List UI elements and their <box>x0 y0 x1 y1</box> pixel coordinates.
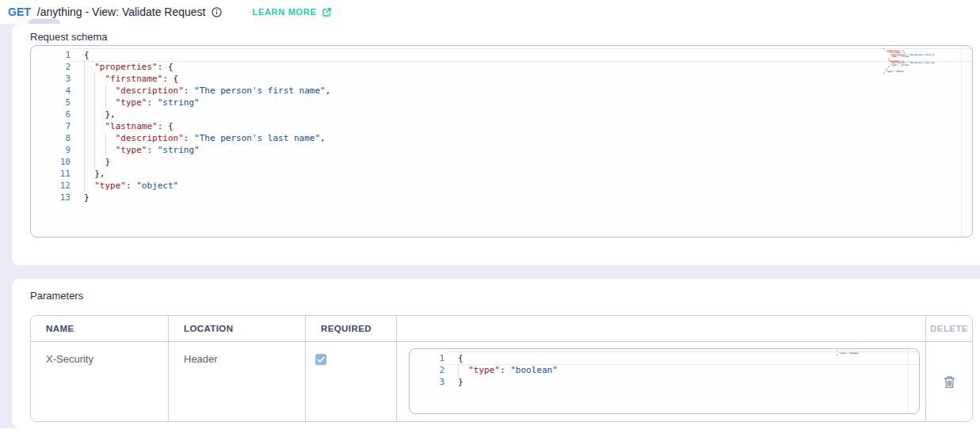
column-header-location: LOCATION <box>169 316 306 342</box>
api-endpoint-view: GET /anything - View: Validate Request L… <box>0 0 980 437</box>
param-schema-cell: 1{2 "type": "boolean"3} { "type": "boole… <box>397 342 926 421</box>
param-name: X-Security <box>31 342 168 365</box>
editor-scrollbar-gutter[interactable] <box>961 46 962 237</box>
external-link-icon <box>322 7 332 17</box>
endpoint-header: GET /anything - View: Validate Request L… <box>0 0 980 24</box>
http-method-badge: GET <box>8 6 31 18</box>
required-checkbox[interactable] <box>315 354 326 365</box>
parameters-table: NAME LOCATION REQUIRED DELETE X-Security… <box>30 315 973 422</box>
param-location: Header <box>169 342 305 365</box>
bottom-background-strip <box>0 428 980 437</box>
request-schema-code-editor[interactable]: 1{2 "properties": {3 "firstname": {4 "de… <box>30 45 973 238</box>
info-circle-icon[interactable] <box>211 6 223 18</box>
param-delete-cell <box>926 342 972 421</box>
column-header-schema <box>397 316 926 342</box>
check-icon <box>317 356 325 363</box>
column-header-required: REQUIRED <box>306 316 397 342</box>
param-location-cell: Header <box>169 342 306 421</box>
parameters-label: Parameters <box>30 290 83 302</box>
learn-more-link[interactable]: LEARN MORE <box>253 7 333 17</box>
endpoint-title: /anything - View: Validate Request <box>37 6 206 18</box>
parameters-card: Parameters NAME LOCATION REQUIRED DELETE… <box>12 279 980 428</box>
learn-more-label: LEARN MORE <box>253 7 317 17</box>
code-lines[interactable]: 1{2 "properties": {3 "firstname": {4 "de… <box>31 46 972 203</box>
delete-parameter-button[interactable] <box>942 374 957 390</box>
request-schema-card: Request schema 1{2 "properties": {3 "fir… <box>12 24 980 265</box>
param-schema-code-editor[interactable]: 1{2 "type": "boolean"3} { "type": "boole… <box>409 348 920 414</box>
editor-minimap[interactable]: { "type": "boolean"} <box>837 351 873 358</box>
param-required-cell <box>306 342 397 421</box>
request-schema-label: Request schema <box>30 31 108 43</box>
column-header-name: NAME <box>31 316 169 342</box>
editor-scrollbar-gutter[interactable] <box>908 349 909 413</box>
trash-icon <box>944 375 955 389</box>
editor-minimap[interactable]: { "properties": { "firstname": { "descri… <box>883 48 934 77</box>
column-header-delete: DELETE <box>926 316 972 342</box>
param-name-cell: X-Security <box>31 342 169 421</box>
